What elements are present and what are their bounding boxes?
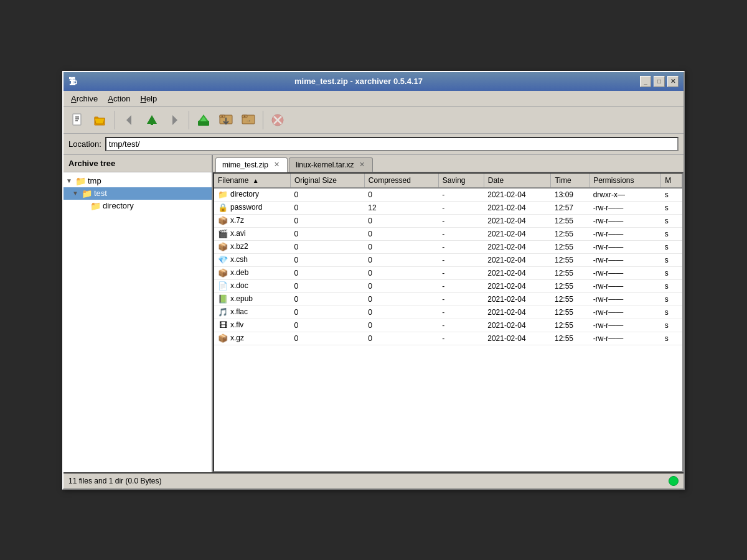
col-filename[interactable]: Filename ▲ [214, 174, 290, 188]
cell-filename: 🎵x.flac [214, 306, 290, 319]
new-button[interactable] [67, 110, 88, 131]
tab-linux-kernel[interactable]: linux-kernel.tar.xz ✕ [289, 157, 373, 172]
tree-item-test[interactable]: ▼ 📁 test [63, 187, 212, 200]
file-icon: 📦 [218, 334, 228, 343]
menu-action[interactable]: Action [103, 92, 135, 105]
cell-time: 12:55 [551, 292, 590, 306]
cell-filename: 💎x.csh [214, 253, 290, 266]
cell-more: s [661, 201, 682, 214]
cell-time: 12:55 [551, 266, 590, 279]
table-row[interactable]: 🎞x.flv 0 0 - 2021-02-04 12:55 -rw-r—— s [214, 319, 682, 332]
titlebar: 🗜 mime_test.zip - xarchiver 0.5.4.17 _ □… [63, 72, 684, 91]
back-button[interactable] [119, 110, 140, 131]
col-permissions[interactable]: Permissions [590, 174, 661, 188]
menu-help[interactable]: Help [136, 92, 162, 105]
table-row[interactable]: 📄x.doc 0 0 - 2021-02-04 12:55 -rw-r—— s [214, 279, 682, 292]
cell-permissions: drwxr-x— [590, 188, 661, 202]
cell-original-size: 0 [290, 227, 364, 240]
extract-button[interactable] [215, 110, 237, 131]
up-button[interactable] [141, 110, 162, 131]
col-time[interactable]: Time [551, 174, 590, 188]
table-row[interactable]: 📗x.epub 0 0 - 2021-02-04 12:55 -rw-r—— s [214, 292, 682, 306]
cell-saving: - [438, 332, 484, 345]
file-icon: 💎 [218, 255, 228, 265]
tab-mime-test[interactable]: mime_test.zip ✕ [215, 157, 288, 172]
file-table-body: 📁directory 0 0 - 2021-02-04 13:09 drwxr-… [214, 188, 682, 345]
cell-permissions: -rw-r—— [590, 292, 661, 306]
maximize-button[interactable]: □ [654, 76, 665, 87]
tree-item-tmp[interactable]: ▼ 📁 tmp [63, 175, 212, 187]
svg-rect-8 [198, 121, 209, 126]
cell-permissions: -rw-r—— [590, 253, 661, 266]
table-row[interactable]: 🔒password 0 12 - 2021-02-04 12:57 -rw-r—… [214, 201, 682, 214]
status-text: 11 files and 1 dir (0.0 Bytes) [68, 477, 161, 485]
table-header-row: Filename ▲ Original Size Compressed Savi… [214, 174, 682, 188]
cell-filename: 📦x.gz [214, 332, 290, 345]
file-icon: 🔒 [218, 203, 228, 213]
menu-archive[interactable]: Archive [66, 92, 103, 105]
toggle-tmp[interactable]: ▼ [66, 177, 75, 184]
cell-date: 2021-02-04 [484, 188, 551, 202]
folder-icon-directory: 📁 [90, 201, 101, 211]
cell-more: s [661, 332, 682, 345]
cell-saving: - [438, 279, 484, 292]
cell-compressed: 0 [364, 214, 438, 227]
svg-rect-6 [151, 121, 153, 125]
col-date[interactable]: Date [484, 174, 551, 188]
cell-permissions: -rw-r—— [590, 214, 661, 227]
col-original-size[interactable]: Original Size [290, 174, 364, 188]
forward-button[interactable] [164, 110, 185, 131]
location-input[interactable] [105, 137, 679, 151]
open-button[interactable] [90, 110, 111, 131]
col-compressed[interactable]: Compressed [364, 174, 438, 188]
right-panel: mime_test.zip ✕ linux-kernel.tar.xz ✕ Fi… [213, 155, 684, 472]
table-row[interactable]: 📦x.bz2 0 0 - 2021-02-04 12:55 -rw-r—— s [214, 240, 682, 253]
col-more[interactable]: M [661, 174, 682, 188]
svg-rect-0 [73, 114, 81, 125]
extract-here-button[interactable]: → [238, 110, 259, 131]
cell-filename: 📦x.7z [214, 214, 290, 227]
table-row[interactable]: 🎬x.avi 0 0 - 2021-02-04 12:55 -rw-r—— s [214, 227, 682, 240]
tree-item-directory[interactable]: 📁 directory [63, 200, 212, 212]
cell-saving: - [438, 240, 484, 253]
tree-view: ▼ 📁 tmp ▼ 📁 test 📁 directory [63, 172, 212, 472]
file-icon: 📄 [218, 281, 228, 291]
toggle-test[interactable]: ▼ [72, 190, 81, 197]
add-button[interactable] [193, 110, 214, 131]
cell-filename: 📦x.deb [214, 266, 290, 279]
table-row[interactable]: 🎵x.flac 0 0 - 2021-02-04 12:55 -rw-r—— s [214, 306, 682, 319]
col-saving[interactable]: Saving [438, 174, 484, 188]
cell-permissions: -rw-r—— [590, 240, 661, 253]
main-window: 🗜 mime_test.zip - xarchiver 0.5.4.17 _ □… [62, 71, 685, 490]
cell-original-size: 0 [290, 319, 364, 332]
file-icon: 📦 [218, 242, 228, 252]
cell-original-size: 0 [290, 306, 364, 319]
file-table-container[interactable]: Filename ▲ Original Size Compressed Savi… [213, 172, 684, 472]
sidebar: Archive tree ▼ 📁 tmp ▼ 📁 test 📁 [63, 155, 213, 472]
cell-date: 2021-02-04 [484, 240, 551, 253]
cell-more: s [661, 292, 682, 306]
cell-date: 2021-02-04 [484, 279, 551, 292]
cell-saving: - [438, 292, 484, 306]
stop-button[interactable] [267, 110, 288, 131]
close-button[interactable]: ✕ [667, 76, 679, 87]
table-row[interactable]: 📦x.7z 0 0 - 2021-02-04 12:55 -rw-r—— s [214, 214, 682, 227]
table-row[interactable]: 💎x.csh 0 0 - 2021-02-04 12:55 -rw-r—— s [214, 253, 682, 266]
folder-icon-tmp: 📁 [75, 176, 86, 186]
cell-date: 2021-02-04 [484, 227, 551, 240]
window-title: mime_test.zip - xarchiver 0.5.4.17 [77, 77, 640, 86]
tab-linux-kernel-close[interactable]: ✕ [357, 161, 366, 169]
table-row[interactable]: 📦x.deb 0 0 - 2021-02-04 12:55 -rw-r—— s [214, 266, 682, 279]
cell-more: s [661, 227, 682, 240]
cell-compressed: 0 [364, 279, 438, 292]
cell-time: 12:55 [551, 279, 590, 292]
tab-mime-test-close[interactable]: ✕ [272, 161, 281, 169]
svg-marker-7 [172, 115, 177, 125]
table-row[interactable]: 📦x.gz 0 0 - 2021-02-04 12:55 -rw-r—— s [214, 332, 682, 345]
minimize-button[interactable]: _ [640, 76, 651, 87]
table-row[interactable]: 📁directory 0 0 - 2021-02-04 13:09 drwxr-… [214, 188, 682, 202]
statusbar: 11 files and 1 dir (0.0 Bytes) [63, 472, 684, 488]
file-icon: 📦 [218, 268, 228, 278]
location-label: Location: [68, 139, 101, 149]
cell-original-size: 0 [290, 332, 364, 345]
